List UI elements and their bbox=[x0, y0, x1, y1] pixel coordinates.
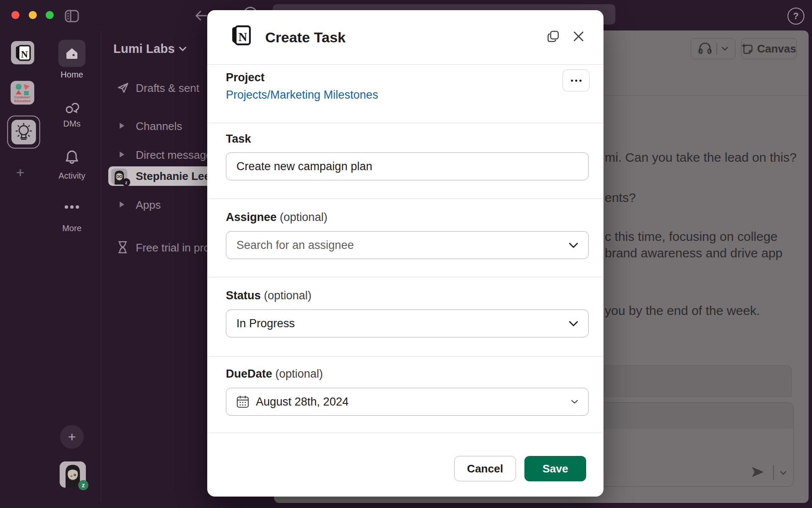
close-icon[interactable] bbox=[571, 29, 586, 44]
dms-expand-caret[interactable] bbox=[120, 152, 124, 157]
stephanie-away-badge: z bbox=[122, 178, 130, 186]
assignee-select[interactable]: Search for an assignee bbox=[226, 231, 589, 259]
overflow-menu-button[interactable] bbox=[562, 69, 590, 91]
canvas-button[interactable]: Canvas bbox=[741, 38, 797, 59]
more-dots-icon bbox=[63, 204, 80, 210]
section-divider bbox=[207, 199, 604, 199]
project-link[interactable]: Projects/Marketing Milestones bbox=[226, 88, 378, 102]
sidebar-item-drafts[interactable]: Drafts & sent bbox=[136, 82, 199, 95]
chevron-down-icon bbox=[569, 321, 578, 326]
task-label: Task bbox=[226, 133, 251, 146]
section-divider bbox=[207, 356, 604, 356]
macos-close-button[interactable] bbox=[11, 11, 19, 19]
workspace-notion-icon[interactable]: N bbox=[11, 41, 34, 64]
workspace-lightbulb-active-ring bbox=[7, 116, 40, 149]
customer-education-shapes bbox=[14, 83, 31, 95]
user-avatar[interactable]: z bbox=[60, 461, 86, 488]
send-icon[interactable] bbox=[750, 464, 766, 481]
message-fragment: mi. Can you take the lead on this? bbox=[605, 150, 797, 165]
sidebar-item-direct-messages[interactable]: Direct messages bbox=[136, 149, 218, 162]
duedate-label: DueDate (optional) bbox=[226, 367, 323, 381]
add-workspace-icon[interactable]: + bbox=[16, 164, 25, 181]
sidebar-item-apps[interactable]: Apps bbox=[136, 199, 161, 212]
nav-home-label[interactable]: Home bbox=[44, 70, 99, 80]
history-back-icon[interactable] bbox=[194, 9, 208, 24]
headphones-icon bbox=[698, 42, 712, 55]
chevron-down-icon bbox=[569, 243, 578, 248]
workspace-lightbulb-icon[interactable] bbox=[11, 120, 36, 144]
modal-footer-divider bbox=[207, 433, 604, 433]
hourglass-icon bbox=[117, 240, 128, 256]
status-value: In Progress bbox=[236, 317, 295, 330]
message-fragment: brand awareness and drive app bbox=[605, 246, 782, 260]
copy-icon[interactable] bbox=[546, 29, 561, 44]
nav-dms-button[interactable] bbox=[44, 99, 99, 116]
sidebar-toggle-icon[interactable] bbox=[65, 9, 79, 23]
task-input[interactable]: Create new campaign plan bbox=[226, 152, 589, 180]
channels-expand-caret[interactable] bbox=[120, 123, 124, 129]
presence-away-badge: z bbox=[78, 480, 88, 490]
send-options-divider bbox=[773, 465, 774, 480]
rail-divider bbox=[101, 30, 101, 502]
drafts-icon bbox=[117, 81, 129, 96]
workspace-name: Lumi Labs bbox=[113, 42, 175, 56]
modal-header-divider bbox=[207, 64, 604, 65]
sidebar-item-stephanie-lee-label: Stephanie Lee bbox=[136, 170, 210, 183]
notion-logo-icon: N bbox=[229, 24, 252, 49]
nav-dms-label[interactable]: DMs bbox=[44, 119, 99, 129]
huddle-button[interactable] bbox=[691, 38, 735, 59]
nav-home-button[interactable] bbox=[58, 40, 85, 67]
bell-icon bbox=[64, 149, 80, 165]
huddle-chevron-icon bbox=[721, 47, 728, 51]
workspace-customer-education-icon[interactable]: Customer Education bbox=[11, 81, 34, 105]
customer-education-label: Customer Education bbox=[14, 95, 31, 103]
modal-title: Create Task bbox=[265, 29, 346, 46]
cancel-button[interactable]: Cancel bbox=[454, 456, 516, 481]
calendar-icon bbox=[236, 395, 249, 409]
home-icon bbox=[65, 47, 79, 60]
help-icon[interactable]: ? bbox=[787, 8, 804, 25]
message-fragment: c this time, focusing on college bbox=[605, 229, 778, 244]
status-label: Status (optional) bbox=[226, 289, 312, 302]
status-select[interactable]: In Progress bbox=[226, 309, 589, 337]
svg-text:N: N bbox=[239, 30, 247, 44]
nav-more-label[interactable]: More bbox=[44, 224, 99, 233]
message-fragment: ents? bbox=[605, 190, 636, 205]
dms-icon bbox=[64, 99, 80, 116]
create-task-modal: N Create Task Project Projects/Marketing… bbox=[207, 10, 604, 497]
send-options-chevron-icon[interactable] bbox=[780, 469, 787, 477]
stephanie-avatar: z bbox=[111, 168, 127, 185]
create-new-button[interactable]: + bbox=[60, 425, 84, 449]
section-divider bbox=[207, 123, 604, 123]
nav-more-button[interactable] bbox=[44, 204, 99, 210]
save-button[interactable]: Save bbox=[524, 456, 586, 481]
duedate-value: August 28th, 2024 bbox=[256, 395, 348, 409]
canvas-icon bbox=[741, 43, 753, 55]
canvas-button-label: Canvas bbox=[757, 42, 796, 55]
workspace-switcher[interactable]: Lumi Labs bbox=[113, 42, 187, 56]
assignee-label: Assignee (optional) bbox=[226, 211, 327, 224]
macos-zoom-button[interactable] bbox=[46, 11, 54, 19]
assignee-placeholder: Search for an assignee bbox=[236, 239, 354, 252]
nav-activity-button[interactable] bbox=[44, 149, 99, 165]
nav-activity-label[interactable]: Activity bbox=[44, 171, 99, 181]
apps-expand-caret[interactable] bbox=[120, 202, 124, 207]
project-label: Project bbox=[226, 71, 265, 84]
duedate-select[interactable]: August 28th, 2024 bbox=[226, 388, 589, 416]
svg-text:N: N bbox=[21, 49, 28, 59]
chevron-down-icon bbox=[571, 400, 578, 404]
section-divider bbox=[207, 277, 604, 277]
slack-app-window: ? N Customer Education + Home DMs Activi… bbox=[0, 0, 812, 508]
chevron-down-icon bbox=[179, 47, 187, 52]
sidebar-item-channels[interactable]: Channels bbox=[136, 120, 182, 133]
task-input-value: Create new campaign plan bbox=[236, 160, 372, 173]
message-fragment: you by the end of the week. bbox=[605, 304, 760, 318]
macos-minimize-button[interactable] bbox=[29, 11, 37, 19]
